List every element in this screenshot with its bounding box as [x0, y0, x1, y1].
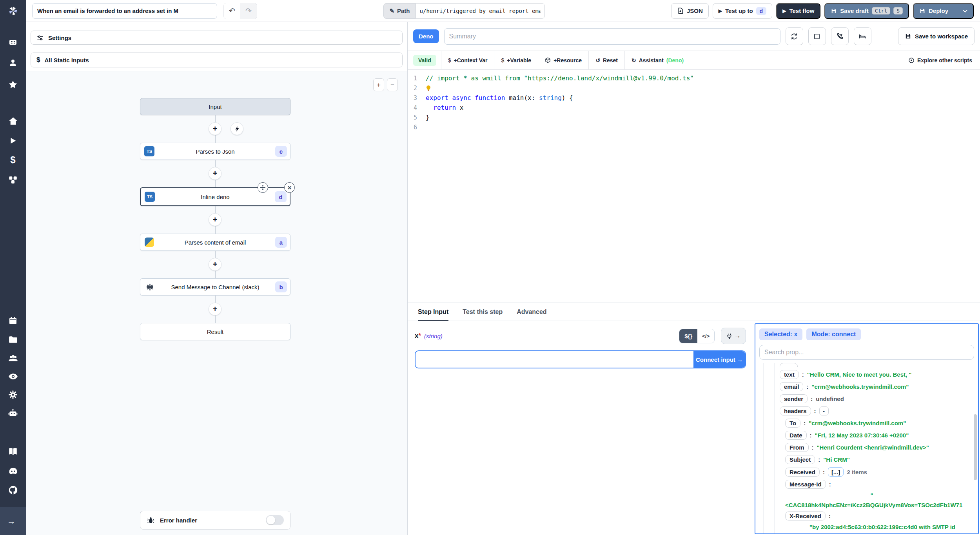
save-to-workspace-button[interactable]: Save to workspace	[898, 27, 975, 45]
add-step-button[interactable]: +	[209, 122, 221, 135]
zoom-in-button[interactable]: +	[373, 78, 384, 91]
prop-row-from[interactable]: From : "Henri Courdent <henri@windmill.d…	[785, 443, 974, 452]
sidebar-item-user[interactable]	[0, 55, 26, 71]
flow-settings-button[interactable]: Settings	[31, 31, 403, 45]
error-handler-row[interactable]: Error handler	[140, 511, 290, 530]
all-static-inputs-button[interactable]: $ All Static Inputs	[31, 53, 403, 67]
prop-key[interactable]: text	[780, 370, 799, 379]
prop-row-email[interactable]: email : "crm@webhooks.trywindmill.com"	[780, 382, 974, 391]
flow-node-parses-to-json[interactable]: TS Parses to Json c	[140, 143, 290, 160]
sidebar-item-audit-logs[interactable]	[0, 368, 26, 384]
assistant-button[interactable]: ↻ Assistant (Deno)	[624, 51, 690, 69]
sidebar-item-workers[interactable]	[0, 405, 26, 421]
prop-key[interactable]: Message-Id	[785, 480, 826, 489]
sidebar-item-github[interactable]	[0, 482, 26, 498]
fullscreen-button[interactable]	[808, 27, 826, 45]
prop-key[interactable]: sender	[780, 394, 808, 403]
sidebar-item-settings[interactable]	[0, 387, 26, 403]
tab-advanced[interactable]: Advanced	[517, 303, 546, 321]
sidebar-item-home[interactable]	[0, 113, 26, 129]
play-icon	[9, 136, 17, 145]
sidebar-item-discord[interactable]	[0, 463, 26, 479]
deploy-button[interactable]: Deploy	[913, 3, 974, 19]
add-context-var-button[interactable]: $ +Context Var	[441, 51, 494, 69]
flow-node-result[interactable]: Result	[140, 323, 290, 340]
language-badge[interactable]: Deno	[413, 29, 439, 43]
tab-step-input[interactable]: Step Input	[418, 303, 448, 321]
prop-key[interactable]: Received	[785, 468, 820, 477]
sync-button[interactable]	[786, 27, 803, 45]
add-step-button[interactable]: +	[209, 167, 221, 180]
sidebar-item-folders[interactable]	[0, 332, 26, 347]
prop-row-to[interactable]: To : "crm@webhooks.trywindmill.com"	[785, 419, 974, 428]
add-step-button[interactable]: +	[209, 213, 221, 226]
prop-key[interactable]: headers	[780, 406, 811, 415]
prop-key[interactable]: From	[785, 443, 809, 452]
flow-node-input[interactable]: Input	[140, 98, 290, 115]
add-variable-button[interactable]: $ +Variable	[494, 51, 538, 69]
array-expand-button[interactable]: [...]	[828, 467, 844, 477]
collapse-button[interactable]: -	[819, 406, 829, 415]
connect-input-button[interactable]: Connect input →	[693, 351, 745, 368]
lightbulb-icon[interactable]	[426, 85, 431, 91]
add-step-button[interactable]: +	[209, 258, 221, 271]
trigger-button[interactable]	[230, 122, 243, 135]
sidebar-item-resources[interactable]	[0, 172, 26, 188]
webhook-call-button[interactable]	[831, 27, 849, 45]
code-editor[interactable]: 1 // import * as wmill from "https://den…	[408, 70, 980, 303]
expand-sidebar-arrow[interactable]: →	[7, 516, 16, 526]
undo-button[interactable]: ↶	[224, 3, 240, 19]
test-flow-button[interactable]: ▶ Test flow	[776, 3, 820, 19]
path-input[interactable]	[416, 3, 545, 19]
scrollbar-thumb[interactable]	[974, 414, 977, 480]
explore-other-scripts-button[interactable]: Explore other scripts	[902, 51, 980, 69]
sidebar-item-docs[interactable]	[0, 444, 26, 459]
flow-node-send-message-to-channel[interactable]: Send Message to Channel (slack) b	[140, 278, 290, 296]
move-step-handle[interactable]	[258, 182, 268, 193]
json-button[interactable]: JSON	[671, 3, 709, 19]
summary-input[interactable]	[444, 28, 780, 45]
add-step-button[interactable]: +	[209, 303, 221, 316]
prop-row-headers[interactable]: headers : -	[780, 406, 974, 415]
prop-key[interactable]: Subject	[785, 455, 815, 464]
flow-node-inline-deno[interactable]: TS Inline deno d ✕	[140, 187, 290, 206]
sidebar-item-schedules[interactable]	[0, 313, 26, 328]
windmill-logo[interactable]	[0, 2, 26, 20]
arrow-right-icon: →	[734, 332, 741, 340]
prop-row-subject[interactable]: Subject : "Hi CRM"	[785, 455, 974, 464]
error-handler-toggle[interactable]	[266, 515, 284, 525]
prop-value: "Hello CRM, Nice to meet you. Best, "	[807, 371, 912, 378]
connect-plug-button[interactable]: →	[721, 328, 746, 344]
step-tabs: Step Input Test this step Advanced	[408, 303, 980, 321]
prop-row-date[interactable]: Date : "Fri, 12 May 2023 07:30:46 +0200"	[785, 431, 974, 440]
search-prop-input[interactable]	[759, 345, 974, 360]
sidebar-item-runs[interactable]	[0, 133, 26, 149]
flow-node-parses-content-of-email[interactable]: Parses content of email a	[140, 234, 290, 251]
code-mode-button[interactable]: </>	[697, 329, 714, 343]
sidebar-item-favorites[interactable]	[0, 77, 26, 92]
redo-button[interactable]: ↷	[240, 3, 257, 19]
save-draft-button[interactable]: Save draft Ctrl S	[824, 3, 909, 19]
flow-title-input[interactable]	[32, 3, 217, 19]
template-mode-button[interactable]: ${}	[679, 329, 697, 343]
prop-key[interactable]: email	[780, 382, 803, 391]
test-up-to-button[interactable]: ▶ Test up to d	[713, 3, 772, 19]
reset-button[interactable]: ↺ Reset	[588, 51, 624, 69]
deploy-dropdown[interactable]	[957, 4, 973, 18]
delete-step-button[interactable]: ✕	[284, 182, 295, 193]
prop-row-sender[interactable]: sender : undefined	[780, 394, 974, 403]
sleep-button[interactable]	[854, 27, 871, 45]
prop-row-received[interactable]: Received : [...] 2 items	[785, 467, 974, 477]
prop-key[interactable]: Date	[785, 431, 807, 440]
sidebar-item-groups[interactable]	[0, 350, 26, 366]
sidebar-item-variables[interactable]: $	[0, 152, 26, 168]
prop-row-message-id[interactable]: Message-Id : " <CAC818hk4NphcENz=iKcz2BQ…	[785, 480, 974, 508]
prop-row-text[interactable]: text : "Hello CRM, Nice to meet you. Bes…	[780, 370, 974, 379]
prop-key[interactable]: To	[785, 419, 800, 428]
zoom-out-button[interactable]: −	[387, 78, 398, 91]
prop-key[interactable]: X-Received	[785, 511, 826, 520]
prop-row-x-received[interactable]: X-Received : "by 2002:ad4:5c63:0:b0:622:…	[785, 511, 974, 534]
sidebar-item-boards[interactable]	[0, 34, 26, 50]
add-resource-button[interactable]: +Resource	[538, 51, 588, 69]
tab-test-this-step[interactable]: Test this step	[463, 303, 503, 321]
